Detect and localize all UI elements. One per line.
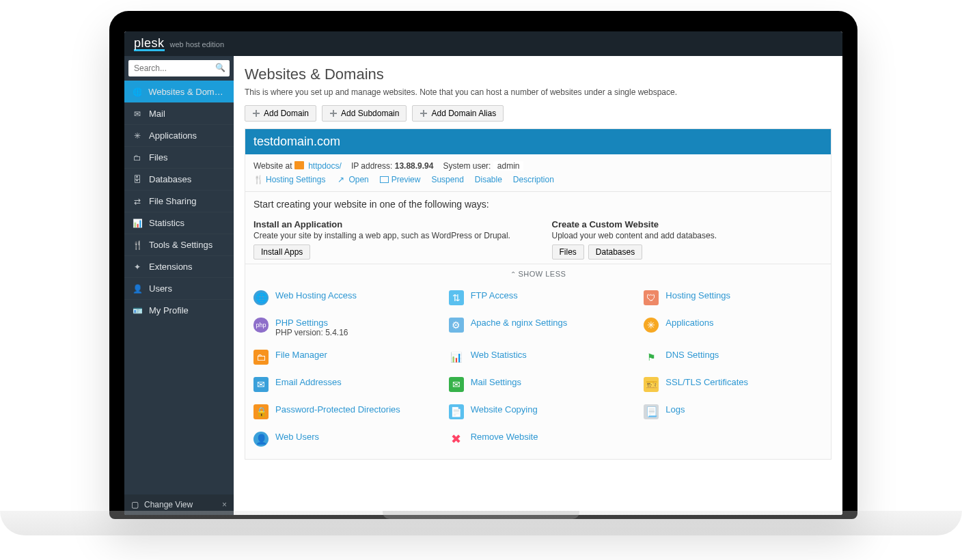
sidebar-item-tools-settings[interactable]: 🍴Tools & Settings [124,234,234,255]
sidebar-item-my-profile[interactable]: 🪪My Profile [124,299,234,321]
tool-link-web-users[interactable]: Web Users [275,432,319,442]
stats-icon: 📊 [449,350,464,365]
bars-icon: 📊 [133,219,142,228]
mailcfg-icon: ✉ [449,377,464,392]
remove-icon: ✖ [449,432,464,447]
tool-link-file-manager[interactable]: File Manager [275,350,327,360]
shield-icon: 🛡 [644,290,659,305]
sidebar-item-extensions[interactable]: ✦Extensions [124,255,234,277]
tool-link-email-addresses[interactable]: Email Addresses [275,377,342,387]
website-at: Website at httpdocs/ [253,161,342,171]
tool-link-ssl-tls-certificates[interactable]: SSL/TLS Certificates [665,377,748,387]
ip-value: 13.88.9.94 [395,161,434,171]
files-button[interactable]: Files [552,244,584,260]
share-icon: ⇄ [133,197,142,206]
add-domain-alias-button[interactable]: Add Domain Alias [412,105,504,122]
sidebar-item-databases[interactable]: 🗄Databases [124,168,234,190]
tool-link-remove-website[interactable]: Remove Website [471,432,538,442]
sidebar-item-label: Users [149,283,172,294]
mail-icon: ✉ [253,377,269,392]
tool-web-hosting-access: 🌐Web Hosting Access [253,290,432,305]
tool-link-password-protected-directories[interactable]: Password-Protected Directories [275,404,400,415]
databases-button[interactable]: Databases [588,244,642,260]
folder-icon: 🗀 [133,153,142,163]
tool-link-ftp-access[interactable]: FTP Access [471,290,518,300]
tool-mail-settings: ✉Mail Settings [449,377,628,392]
ip-block: IP address: 13.88.9.94 [351,161,434,171]
tool-link-apache-nginx-settings[interactable]: Apache & nginx Settings [471,318,568,328]
tool-link-logs[interactable]: Logs [665,404,685,415]
tool-link-mail-settings[interactable]: Mail Settings [471,377,521,387]
database-icon: 🗄 [133,175,142,184]
sidebar-item-label: Websites & Domains [148,87,225,97]
page-title: Websites & Domains [245,66,832,83]
sidebar-item-statistics[interactable]: 📊Statistics [124,212,234,234]
toolbar: Add Domain Add Subdomain Add Domain Alia… [245,105,832,122]
plus-icon [329,109,338,117]
tool-logs: 📃Logs [644,404,823,419]
preview-link[interactable]: Preview [380,175,421,184]
sidebar-nav: 🌐Websites & Domains✉Mail✳Applications🗀Fi… [124,81,234,494]
description-link[interactable]: Description [513,175,554,184]
device-bezel: plesk web host edition 🔍 🌐Websites & Dom… [109,11,857,519]
search-wrap: 🔍 [124,56,234,81]
sidebar: 🔍 🌐Websites & Domains✉Mail✳Applications🗀… [124,56,234,515]
puzzle-icon: ✦ [133,262,142,272]
tool-link-hosting-settings[interactable]: Hosting Settings [665,290,730,300]
globe-icon: 🌐 [253,290,269,305]
sidebar-item-users[interactable]: 👤Users [124,277,234,299]
tool-applications: ✳Applications [644,318,823,337]
tool-link-website-copying[interactable]: Website Copying [471,404,538,415]
ftp-icon: ⇅ [449,290,464,305]
ssl-icon: 🎫 [644,377,659,392]
logs-icon: 📃 [644,404,659,419]
sidebar-item-label: Statistics [149,218,184,228]
suspend-link[interactable]: Suspend [431,175,463,184]
globe-icon: 🌐 [133,87,141,97]
sidebar-item-label: Tools & Settings [149,240,212,250]
tool-file-manager: 🗀File Manager [253,350,432,365]
copy-icon: 📄 [449,404,464,419]
sysuser-block: System user: admin [443,161,523,171]
add-subdomain-button[interactable]: Add Subdomain [322,105,407,122]
httpdocs-link[interactable]: httpdocs/ [308,161,342,171]
install-apps-button[interactable]: Install Apps [253,244,310,260]
main-content: Websites & Domains This is where you set… [234,56,842,515]
plus-icon [252,109,260,117]
close-icon[interactable]: × [222,500,227,509]
search-input[interactable] [128,60,230,76]
sidebar-item-files[interactable]: 🗀Files [124,146,234,168]
disable-link[interactable]: Disable [475,175,502,184]
sidebar-item-file-sharing[interactable]: ⇄File Sharing [124,190,234,212]
domain-card: testdomain.com Website at httpdocs/ IP a… [245,128,832,460]
tool-dns-settings: ⚑DNS Settings [644,350,823,365]
sidebar-item-websites-domains[interactable]: 🌐Websites & Domains [124,81,234,102]
open-link[interactable]: ↗Open [336,175,368,184]
sidebar-item-mail[interactable]: ✉Mail [124,102,234,124]
tool-link-web-hosting-access[interactable]: Web Hosting Access [275,290,357,300]
custom-title: Create a Custom Website [552,219,823,229]
fork-icon: 🍴 [253,175,263,184]
sidebar-item-label: Extensions [149,262,193,272]
hosting-settings-link[interactable]: 🍴Hosting Settings [253,175,325,184]
add-alias-label: Add Domain Alias [431,109,496,118]
start-options: Install an Application Create your site … [245,215,831,264]
sidebar-item-label: My Profile [149,305,189,316]
tool-link-dns-settings[interactable]: DNS Settings [665,350,719,360]
tool-link-php-settings[interactable]: PHP Settings [275,318,328,328]
sidebar-item-label: Files [149,152,167,163]
brand: plesk web host edition [134,36,224,51]
custom-desc: Upload your web content and add database… [552,231,823,240]
brand-logo: plesk [134,36,165,51]
tool-link-web-statistics[interactable]: Web Statistics [471,350,527,360]
tool-link-applications[interactable]: Applications [665,318,713,328]
preview-icon [380,176,389,183]
user-icon: 👤 [133,284,142,294]
sidebar-item-applications[interactable]: ✳Applications [124,124,234,146]
change-view-label: Change View [144,500,193,509]
add-domain-button[interactable]: Add Domain [245,105,316,122]
show-less-toggle[interactable]: SHOW LESS [245,264,831,283]
tool-sub-php-settings: PHP version: 5.4.16 [275,328,348,337]
domain-actions: 🍴Hosting Settings ↗Open Preview Suspend … [245,171,831,191]
dns-icon: ⚑ [644,350,659,365]
